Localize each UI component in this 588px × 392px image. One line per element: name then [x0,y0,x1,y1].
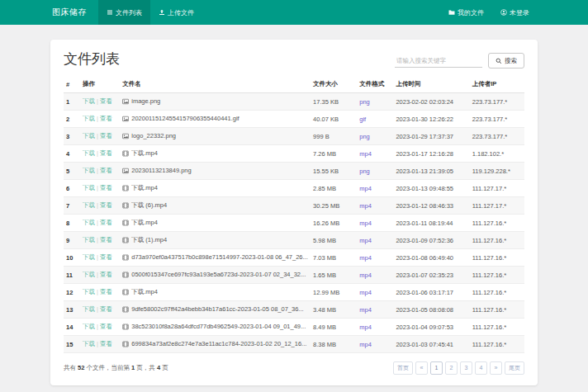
film-icon [122,289,129,296]
upload-time: 2023-01-13 21:39:05 [393,163,469,180]
prev-page-button[interactable]: « [415,361,428,375]
row-index: 11 [64,267,80,284]
file-format-link[interactable]: gif [359,116,366,123]
view-link[interactable]: 查看 [100,149,112,157]
download-link[interactable]: 下载 [83,115,95,122]
file-size: 3.48 MB [311,301,357,319]
download-link[interactable]: 下载 [83,323,95,330]
nav-my-files[interactable]: 我的文件 [440,0,492,25]
file-format-cell: mp4 [357,197,393,215]
file-format-link[interactable]: mp4 [359,254,372,262]
download-link[interactable]: 下载 [83,253,95,261]
nav-login-status[interactable]: 未登录 [492,0,538,25]
table-row: 10下载|查看d73a970ef0a437517b0c898e71514997-… [64,249,524,267]
header-file-format: 文件格式 [357,76,393,93]
file-name: 下载 (6).mp4 [131,201,167,209]
tab-upload-file[interactable]: 上传文件 [150,0,202,25]
brand[interactable]: 图床储存 [50,0,98,25]
page-4-button[interactable]: 4 [475,361,487,375]
uploader-ip: 111.127.17.* [470,180,524,197]
file-format-link[interactable]: png [359,98,370,106]
file-format-link[interactable]: mp4 [359,202,372,210]
page-title: 文件列表 [64,50,120,68]
file-format-link[interactable]: mp4 [359,341,372,348]
row-index: 14 [64,319,80,336]
file-format-link[interactable]: mp4 [359,237,372,244]
download-link[interactable]: 下载 [83,132,95,139]
file-name: 下载.mp4 [131,219,158,226]
upload-time: 2023-01-03 07:45:41 [393,336,469,353]
page-1-button[interactable]: 1 [430,361,443,375]
file-format-link[interactable]: mp4 [359,150,372,158]
view-link[interactable]: 查看 [100,305,112,313]
download-link[interactable]: 下载 [83,184,95,191]
table-header-row: # 操作 文件名 文件大小 文件格式 上传时间 上传者IP [64,76,524,93]
download-link[interactable]: 下载 [83,288,95,295]
film-icon [122,324,129,331]
file-format-link[interactable]: png [359,133,370,140]
file-name: d73a970ef0a437517b0c898e71514997-2023-01… [131,253,308,261]
table-row: 11下载|查看0500f015347ce697fc93a193e5a6723d-… [64,267,524,284]
uploader-ip: 111.127.16.* [470,319,524,336]
view-link[interactable]: 查看 [100,167,112,174]
download-link[interactable]: 下载 [83,149,95,157]
upload-time: 2023-01-30 12:26:22 [393,111,469,128]
view-link[interactable]: 查看 [100,236,112,243]
view-link[interactable]: 查看 [100,201,112,209]
tab-file-list[interactable]: 文件列表 [98,0,150,25]
file-format-cell: mp4 [357,180,393,197]
last-page-button[interactable]: 尾页 [505,361,524,375]
row-actions: 下载|查看 [80,93,120,111]
upload-time: 2023-01-17 12:16:28 [393,145,469,163]
file-format-link[interactable]: mp4 [359,185,372,192]
file-format-link[interactable]: mp4 [359,289,372,296]
file-format-cell: mp4 [357,301,393,319]
file-format-link[interactable]: mp4 [359,324,372,331]
view-link[interactable]: 查看 [100,132,112,139]
view-link[interactable]: 查看 [100,323,112,330]
file-size: 40.07 KB [311,111,357,128]
view-link[interactable]: 查看 [100,288,112,295]
uploader-ip: 111.127.16.* [470,267,524,284]
search-button[interactable]: 搜索 [488,53,524,68]
table-row: 2下载|查看20200115124554157906355440441.gif4… [64,111,524,128]
action-separator: | [97,253,98,261]
download-link[interactable]: 下载 [83,219,95,226]
download-link[interactable]: 下载 [83,201,95,209]
uploader-ip: 223.73.177.* [470,128,524,145]
download-link[interactable]: 下载 [83,271,95,278]
view-link[interactable]: 查看 [100,115,112,122]
page-2-button[interactable]: 2 [445,361,458,375]
page-3-button[interactable]: 3 [460,361,472,375]
file-name-cell: 下载.mp4 [120,180,311,197]
table-row: 15下载|查看699834a73af2e8c274e7a3e11ac1c784-… [64,336,524,353]
download-link[interactable]: 下载 [83,305,95,313]
view-link[interactable]: 查看 [100,184,112,191]
file-table-body: 1下载|查看image.png17.35 KBpng2023-02-02 02:… [64,93,524,353]
file-name-cell: 699834a73af2e8c274e7a3e11ac1c784-2023-01… [120,336,311,353]
search-input[interactable] [395,54,482,68]
download-link[interactable]: 下载 [83,167,95,174]
next-page-button[interactable]: » [490,361,502,375]
uploader-ip: 111.127.16.* [470,336,524,353]
first-page-button[interactable]: 首页 [393,361,413,375]
file-format-link[interactable]: mp4 [359,272,372,279]
view-link[interactable]: 查看 [100,340,112,347]
file-format-link[interactable]: png [359,168,370,175]
uploader-ip: 111.127.16.* [470,232,524,249]
view-link[interactable]: 查看 [100,271,112,278]
download-link[interactable]: 下载 [83,340,95,347]
file-format-link[interactable]: mp4 [359,220,372,227]
action-separator: | [97,132,98,139]
view-link[interactable]: 查看 [100,219,112,226]
table-row: 4下载|查看下载.mp47.26 MBmp42023-01-17 12:16:2… [64,145,524,163]
download-link[interactable]: 下载 [83,97,95,105]
file-format-link[interactable]: mp4 [359,306,372,314]
view-link[interactable]: 查看 [100,97,112,105]
file-name: 699834a73af2e8c274e7a3e11ac1c784-2023-01… [131,340,306,347]
file-name: logo_22332.png [131,132,176,139]
download-link[interactable]: 下载 [83,236,95,243]
file-size: 7.03 MB [311,249,357,267]
view-link[interactable]: 查看 [100,253,112,261]
uploader-ip: 111.127.16.* [470,284,524,301]
